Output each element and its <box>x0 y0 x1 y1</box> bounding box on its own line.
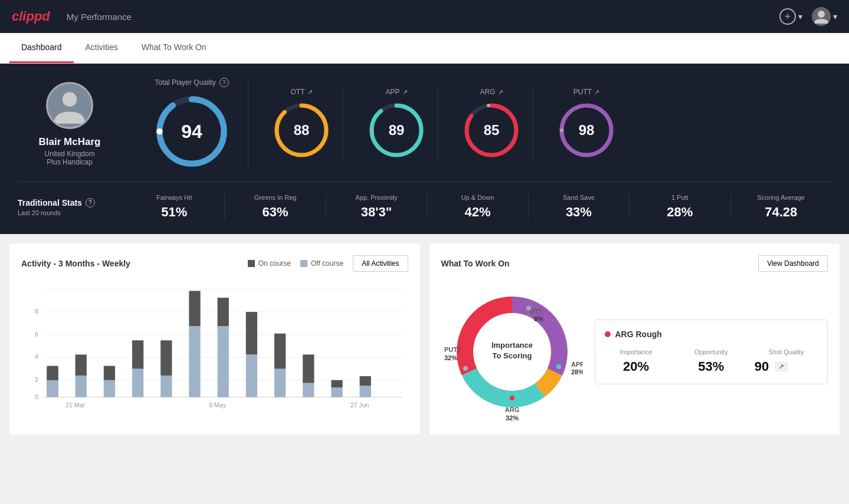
svg-point-74 <box>526 306 531 311</box>
shot-quality-badge: ↗ <box>775 361 788 372</box>
svg-rect-32 <box>47 366 58 380</box>
svg-point-10 <box>370 129 373 132</box>
svg-rect-46 <box>246 312 257 354</box>
putt-value: 98 <box>579 122 595 139</box>
svg-text:21 Mar: 21 Mar <box>65 401 85 409</box>
stats-info-icon[interactable]: ? <box>86 198 95 207</box>
total-quality-label: Total Player Quality ? <box>155 78 228 87</box>
activity-chart-panel: Activity - 3 Months - Weekly On course O… <box>9 243 420 434</box>
off-course-color <box>300 260 307 267</box>
tab-what-to-work-on[interactable]: What To Work On <box>130 33 218 63</box>
logo-area: clippd My Performance <box>12 9 132 24</box>
work-card-title: ARG Rough <box>605 330 818 339</box>
putt-gauge: 98 <box>557 101 616 160</box>
svg-point-16 <box>560 129 563 132</box>
putt-label: PUTT ↗ <box>573 88 599 96</box>
ott-gauge: 88 <box>272 101 331 160</box>
work-on-header: What To Work On View Dashboard <box>441 255 828 272</box>
svg-rect-31 <box>47 380 58 397</box>
svg-text:OTT: OTT <box>529 308 542 315</box>
svg-rect-53 <box>360 386 371 397</box>
all-activities-button[interactable]: All Activities <box>353 255 408 272</box>
app-label: APP ↗ <box>385 88 407 96</box>
user-chevron: ▾ <box>833 12 837 21</box>
svg-point-76 <box>510 396 514 400</box>
work-on-panel: What To Work On View Dashboard <box>430 243 840 434</box>
stat-oneputt: 1 Putt 28% <box>630 194 730 220</box>
stat-items: Fairways Hit 51% Greens In Reg 63% App. … <box>124 194 831 220</box>
player-country: United Kingdom <box>44 150 94 158</box>
svg-rect-42 <box>189 291 200 326</box>
svg-rect-45 <box>246 354 257 397</box>
stat-proximity: App. Proximity 38'3" <box>326 194 427 220</box>
app-trend-icon: ↗ <box>402 88 408 96</box>
chart-area: 0 2 4 6 8 <box>21 281 408 411</box>
on-course-color <box>248 260 255 267</box>
bar-chart: 0 2 4 6 8 <box>21 281 408 411</box>
svg-point-77 <box>463 366 468 371</box>
ott-value: 88 <box>294 122 310 139</box>
info-icon[interactable]: ? <box>219 78 229 87</box>
add-chevron: ▾ <box>798 12 802 21</box>
svg-rect-51 <box>331 387 342 397</box>
putt-trend-icon: ↗ <box>594 88 599 96</box>
svg-rect-34 <box>76 354 87 375</box>
svg-point-2 <box>63 92 77 107</box>
donut-chart-container: Importance To Scoring OTT 8% APP 28% ARG… <box>441 281 583 423</box>
svg-rect-40 <box>160 340 172 375</box>
svg-rect-43 <box>218 326 229 397</box>
red-dot-icon <box>605 331 611 337</box>
stat-updown: Up & Down 42% <box>427 194 528 220</box>
svg-rect-35 <box>104 380 115 397</box>
legend-off-course: Off course <box>300 259 343 268</box>
total-quality-gauge: 94 <box>153 93 230 170</box>
hero-top-row: Blair McHarg United Kingdom Plus Handica… <box>18 78 831 170</box>
gauge-app: APP ↗ 89 <box>355 88 438 160</box>
svg-text:32%: 32% <box>505 414 518 421</box>
svg-text:4: 4 <box>35 353 38 360</box>
svg-text:8: 8 <box>35 308 38 315</box>
header: clippd My Performance + ▾ ▾ <box>0 0 849 33</box>
user-menu-button[interactable]: ▾ <box>812 7 837 26</box>
tab-dashboard[interactable]: Dashboard <box>9 33 74 63</box>
gauge-arg: ARG ↗ 85 <box>450 88 533 160</box>
app-logo: clippd <box>12 9 50 24</box>
hero-section: Blair McHarg United Kingdom Plus Handica… <box>0 64 849 234</box>
chart-legend: On course Off course <box>248 259 344 268</box>
arg-gauge: 85 <box>462 101 521 160</box>
gauge-putt: PUTT ↗ 98 <box>545 88 628 160</box>
tab-activities[interactable]: Activities <box>74 33 130 63</box>
view-dashboard-button[interactable]: View Dashboard <box>758 255 828 272</box>
work-card-stats: Importance 20% Opportunity 53% Shot Qual… <box>605 348 818 374</box>
arg-label: ARG ↗ <box>480 88 503 96</box>
stat-sandsave: Sand Save 33% <box>529 194 630 220</box>
svg-text:0: 0 <box>35 393 38 400</box>
arg-value: 85 <box>484 122 500 139</box>
page-title: My Performance <box>67 12 132 22</box>
avatar <box>46 82 93 129</box>
svg-text:32%: 32% <box>444 354 457 361</box>
legend-on-course: On course <box>248 259 291 268</box>
arg-trend-icon: ↗ <box>498 88 503 96</box>
chart-title: Activity - 3 Months - Weekly <box>21 259 130 268</box>
svg-text:Importance: Importance <box>491 341 532 350</box>
add-button[interactable]: + ▾ <box>779 8 802 25</box>
app-gauge: 89 <box>367 101 426 160</box>
stats-label-section: Traditional Stats ? Last 20 rounds <box>18 198 124 216</box>
svg-rect-41 <box>189 326 200 397</box>
svg-text:9 May: 9 May <box>209 401 227 409</box>
bottom-panels: Activity - 3 Months - Weekly On course O… <box>0 234 849 444</box>
donut-chart: Importance To Scoring OTT 8% APP 28% ARG… <box>441 281 583 423</box>
total-quality-value: 94 <box>181 121 202 143</box>
traditional-stats: Traditional Stats ? Last 20 rounds Fairw… <box>18 182 831 220</box>
work-stat-opportunity: Opportunity 53% <box>680 348 743 374</box>
svg-text:APP: APP <box>571 361 583 368</box>
stats-title: Traditional Stats ? <box>18 198 124 207</box>
svg-text:PUTT: PUTT <box>444 346 461 353</box>
stat-greens: Greens In Reg 63% <box>225 194 326 220</box>
total-quality-section: Total Player Quality ? 94 <box>136 78 248 170</box>
work-stat-shot-quality: Shot Quality 90 ↗ <box>755 348 818 374</box>
stat-scoring: Scoring Average 74.28 <box>731 194 831 220</box>
plus-circle-icon: + <box>779 8 796 25</box>
svg-rect-39 <box>160 375 172 397</box>
